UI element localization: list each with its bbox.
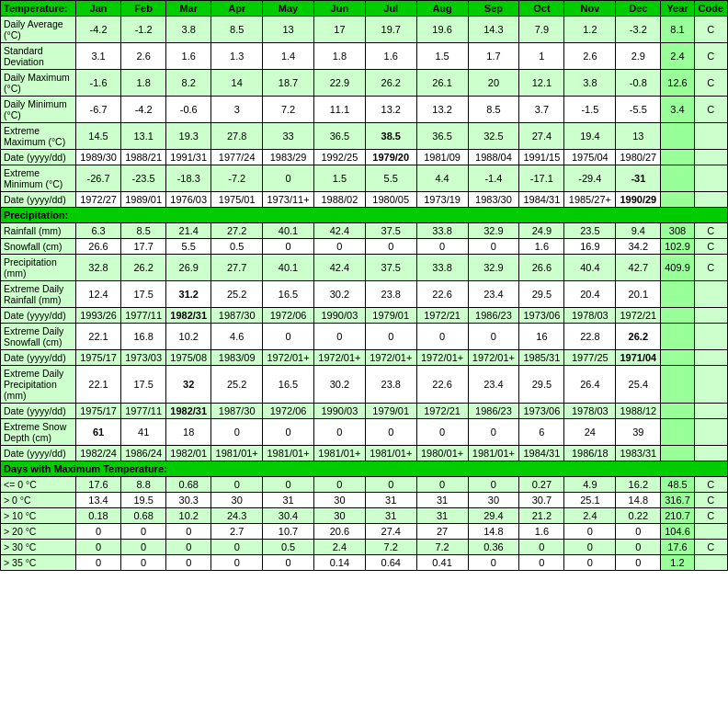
cell: 0: [121, 555, 166, 571]
cell: 1987/30: [211, 308, 263, 324]
cell: 16: [519, 324, 564, 350]
cell: 16.2: [616, 477, 661, 493]
cell: 1993/26: [76, 308, 121, 324]
cell: 1989/01: [121, 192, 166, 208]
cell: 7.2: [416, 540, 468, 555]
cell: -7.2: [211, 165, 263, 192]
header-sep: Sep: [468, 1, 519, 17]
cell: 0: [416, 419, 468, 446]
cell: [694, 366, 727, 404]
cell: -26.7: [76, 165, 121, 192]
cell: 1973/11+: [263, 192, 314, 208]
cell: 31: [263, 493, 314, 508]
cell: 23.4: [468, 366, 519, 404]
cell: -1.2: [121, 17, 166, 43]
cell: 2.4: [564, 508, 616, 524]
cell: 1982/31: [166, 308, 211, 324]
cell: 17.5: [121, 281, 166, 308]
cell: 30.7: [519, 493, 564, 508]
cell: 0: [365, 477, 416, 493]
cell: 10.7: [263, 524, 314, 540]
cell: 17.5: [121, 366, 166, 404]
cell: 0: [519, 555, 564, 571]
cell: 30: [211, 493, 263, 508]
cell: -1.5: [564, 97, 616, 123]
cell: 0: [166, 540, 211, 555]
cell: 1980/01+: [416, 446, 468, 461]
cell: 1988/21: [121, 150, 166, 165]
cell: 0: [313, 419, 365, 446]
cell: 4.4: [416, 165, 468, 192]
cell: [661, 308, 694, 324]
cell: 1988/12: [616, 404, 661, 419]
header-dec: Dec: [616, 1, 661, 17]
cell: 19.3: [166, 123, 211, 150]
table-row: > 35 °C000000.140.640.4100001.2: [1, 555, 728, 571]
cell: 8.2: [166, 70, 211, 97]
cell: 1972/06: [263, 404, 314, 419]
cell: 1.6: [519, 524, 564, 540]
cell: 0: [365, 239, 416, 255]
cell: 0.68: [166, 477, 211, 493]
header-oct: Oct: [519, 1, 564, 17]
cell: 1983/30: [468, 192, 519, 208]
table-row: Daily Minimum (°C)-6.7-4.2-0.637.211.113…: [1, 97, 728, 123]
cell: C: [694, 255, 727, 281]
cell: 1986/23: [468, 404, 519, 419]
cell: C: [694, 17, 727, 43]
cell: [694, 555, 727, 571]
row-label: > 35 °C: [1, 555, 76, 571]
cell: [694, 419, 727, 446]
row-label: Snowfall (cm): [1, 239, 76, 255]
cell: [661, 324, 694, 350]
cell: 30.4: [263, 508, 314, 524]
cell: 0: [468, 555, 519, 571]
cell: 1.2: [564, 17, 616, 43]
cell: 41: [121, 419, 166, 446]
cell: -4.2: [76, 17, 121, 43]
cell: 26.9: [166, 255, 211, 281]
table-row: Daily Maximum (°C)-1.61.88.21418.722.926…: [1, 70, 728, 97]
cell: 1985/27+: [564, 192, 616, 208]
cell: 21.2: [519, 508, 564, 524]
cell: 25.2: [211, 281, 263, 308]
cell: 24.3: [211, 508, 263, 524]
header-nov: Nov: [564, 1, 616, 17]
cell: 0: [76, 540, 121, 555]
cell: 0: [211, 555, 263, 571]
cell: 37.5: [365, 223, 416, 239]
cell: 18.7: [263, 70, 314, 97]
cell: 14.8: [616, 493, 661, 508]
cell: 1982/31: [166, 404, 211, 419]
cell: 0: [564, 555, 616, 571]
cell: 61: [76, 419, 121, 446]
cell: 17: [313, 17, 365, 43]
row-label: > 30 °C: [1, 540, 76, 555]
cell: 31: [416, 493, 468, 508]
row-label: Date (yyyy/dd): [1, 192, 76, 208]
cell: 8.1: [661, 17, 694, 43]
cell: 0: [616, 540, 661, 555]
cell: 0: [616, 524, 661, 540]
cell: 29.5: [519, 366, 564, 404]
cell: 2.9: [616, 43, 661, 70]
cell: 7.2: [263, 97, 314, 123]
cell: 33.8: [416, 255, 468, 281]
cell: 3.7: [519, 97, 564, 123]
cell: C: [694, 540, 727, 555]
header-jul: Jul: [365, 1, 416, 17]
row-label: Date (yyyy/dd): [1, 150, 76, 165]
cell: 32: [166, 366, 211, 404]
header-mar: Mar: [166, 1, 211, 17]
cell: 1981/01+: [468, 446, 519, 461]
cell: 1984/31: [519, 192, 564, 208]
cell: [661, 366, 694, 404]
climate-table: Temperature: Jan Feb Mar Apr May Jun Jul…: [0, 0, 728, 571]
cell: 0: [416, 324, 468, 350]
cell: 13: [616, 123, 661, 150]
cell: 1985/31: [519, 350, 564, 366]
table-row: > 30 °C00000.52.47.27.20.3600017.6C: [1, 540, 728, 555]
cell: 13.2: [416, 97, 468, 123]
cell: [694, 446, 727, 461]
cell: 1981/01+: [211, 446, 263, 461]
